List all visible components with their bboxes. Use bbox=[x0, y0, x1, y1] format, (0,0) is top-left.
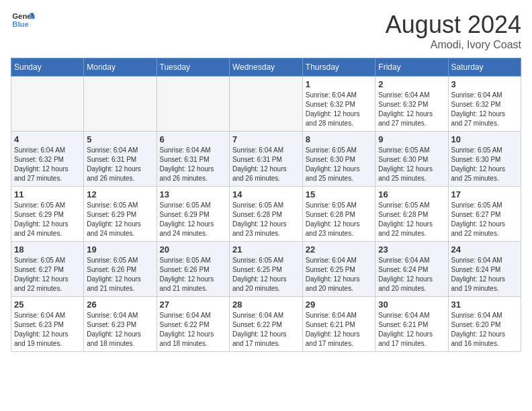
calendar-day-cell: 2Sunrise: 6:04 AM Sunset: 6:32 PM Daylig… bbox=[375, 77, 448, 132]
calendar-week-row: 4Sunrise: 6:04 AM Sunset: 6:32 PM Daylig… bbox=[11, 132, 521, 187]
day-number: 30 bbox=[378, 300, 445, 310]
calendar-day-cell: 21Sunrise: 6:05 AM Sunset: 6:25 PM Dayli… bbox=[229, 242, 302, 297]
calendar-week-row: 11Sunrise: 6:05 AM Sunset: 6:29 PM Dayli… bbox=[11, 187, 521, 242]
day-number: 18 bbox=[14, 244, 81, 255]
day-number: 17 bbox=[451, 189, 519, 199]
day-number: 11 bbox=[14, 189, 81, 199]
day-number: 15 bbox=[306, 189, 373, 199]
weekday-header-monday: Monday bbox=[84, 58, 157, 77]
day-info: Sunrise: 6:04 AM Sunset: 6:32 PM Dayligh… bbox=[306, 91, 373, 128]
weekday-header-wednesday: Wednesday bbox=[229, 58, 302, 77]
day-info: Sunrise: 6:05 AM Sunset: 6:28 PM Dayligh… bbox=[232, 201, 300, 238]
day-number: 1 bbox=[306, 79, 373, 89]
title-block: August 2024 Amodi, Ivory Coast bbox=[386, 11, 521, 51]
day-info: Sunrise: 6:05 AM Sunset: 6:26 PM Dayligh… bbox=[87, 256, 153, 293]
calendar-day-cell: 6Sunrise: 6:04 AM Sunset: 6:31 PM Daylig… bbox=[157, 132, 229, 187]
calendar-day-cell: 12Sunrise: 6:05 AM Sunset: 6:29 PM Dayli… bbox=[84, 187, 157, 242]
day-number: 24 bbox=[451, 244, 519, 255]
day-info: Sunrise: 6:04 AM Sunset: 6:31 PM Dayligh… bbox=[87, 146, 153, 183]
calendar-day-cell: 29Sunrise: 6:04 AM Sunset: 6:21 PM Dayli… bbox=[302, 297, 375, 352]
calendar-day-cell bbox=[84, 77, 157, 132]
day-info: Sunrise: 6:04 AM Sunset: 6:24 PM Dayligh… bbox=[378, 256, 445, 293]
weekday-header-row: SundayMondayTuesdayWednesdayThursdayFrid… bbox=[11, 58, 521, 77]
day-number: 10 bbox=[451, 134, 519, 144]
day-info: Sunrise: 6:04 AM Sunset: 6:31 PM Dayligh… bbox=[232, 146, 300, 183]
calendar-day-cell: 5Sunrise: 6:04 AM Sunset: 6:31 PM Daylig… bbox=[84, 132, 157, 187]
day-info: Sunrise: 6:05 AM Sunset: 6:25 PM Dayligh… bbox=[232, 256, 300, 293]
day-info: Sunrise: 6:04 AM Sunset: 6:21 PM Dayligh… bbox=[378, 311, 445, 349]
calendar-day-cell: 15Sunrise: 6:05 AM Sunset: 6:28 PM Dayli… bbox=[302, 187, 375, 242]
day-info: Sunrise: 6:05 AM Sunset: 6:30 PM Dayligh… bbox=[451, 146, 519, 183]
weekday-header-tuesday: Tuesday bbox=[157, 58, 229, 77]
day-number: 5 bbox=[87, 134, 153, 144]
day-info: Sunrise: 6:04 AM Sunset: 6:22 PM Dayligh… bbox=[160, 311, 226, 349]
day-info: Sunrise: 6:05 AM Sunset: 6:28 PM Dayligh… bbox=[306, 201, 373, 238]
day-number: 16 bbox=[378, 189, 445, 199]
day-number: 3 bbox=[451, 79, 519, 89]
day-info: Sunrise: 6:04 AM Sunset: 6:23 PM Dayligh… bbox=[14, 311, 81, 349]
day-number: 21 bbox=[232, 244, 300, 255]
weekday-header-friday: Friday bbox=[375, 58, 448, 77]
calendar-day-cell: 18Sunrise: 6:05 AM Sunset: 6:27 PM Dayli… bbox=[11, 242, 84, 297]
month-year-title: August 2024 bbox=[386, 11, 521, 39]
calendar-day-cell: 10Sunrise: 6:05 AM Sunset: 6:30 PM Dayli… bbox=[448, 132, 521, 187]
day-info: Sunrise: 6:05 AM Sunset: 6:26 PM Dayligh… bbox=[160, 256, 226, 293]
day-info: Sunrise: 6:05 AM Sunset: 6:30 PM Dayligh… bbox=[378, 146, 445, 183]
day-number: 19 bbox=[87, 244, 153, 255]
calendar-day-cell: 17Sunrise: 6:05 AM Sunset: 6:27 PM Dayli… bbox=[448, 187, 521, 242]
calendar-day-cell bbox=[229, 77, 302, 132]
day-info: Sunrise: 6:05 AM Sunset: 6:30 PM Dayligh… bbox=[306, 146, 373, 183]
day-info: Sunrise: 6:05 AM Sunset: 6:29 PM Dayligh… bbox=[160, 201, 226, 238]
calendar-day-cell: 4Sunrise: 6:04 AM Sunset: 6:32 PM Daylig… bbox=[11, 132, 84, 187]
calendar-day-cell: 3Sunrise: 6:04 AM Sunset: 6:32 PM Daylig… bbox=[448, 77, 521, 132]
calendar-day-cell: 28Sunrise: 6:04 AM Sunset: 6:22 PM Dayli… bbox=[229, 297, 302, 352]
calendar-week-row: 1Sunrise: 6:04 AM Sunset: 6:32 PM Daylig… bbox=[11, 77, 521, 132]
svg-text:Blue: Blue bbox=[12, 20, 29, 28]
calendar-day-cell bbox=[11, 77, 84, 132]
day-number: 14 bbox=[232, 189, 300, 199]
day-number: 7 bbox=[232, 134, 300, 144]
day-info: Sunrise: 6:04 AM Sunset: 6:21 PM Dayligh… bbox=[306, 311, 373, 349]
day-number: 31 bbox=[451, 300, 519, 310]
calendar-week-row: 18Sunrise: 6:05 AM Sunset: 6:27 PM Dayli… bbox=[11, 242, 521, 297]
calendar-day-cell: 1Sunrise: 6:04 AM Sunset: 6:32 PM Daylig… bbox=[302, 77, 375, 132]
day-info: Sunrise: 6:04 AM Sunset: 6:25 PM Dayligh… bbox=[306, 256, 373, 293]
calendar-day-cell: 31Sunrise: 6:04 AM Sunset: 6:20 PM Dayli… bbox=[448, 297, 521, 352]
day-number: 20 bbox=[160, 244, 226, 255]
day-info: Sunrise: 6:04 AM Sunset: 6:31 PM Dayligh… bbox=[160, 146, 226, 183]
calendar-day-cell: 9Sunrise: 6:05 AM Sunset: 6:30 PM Daylig… bbox=[375, 132, 448, 187]
calendar-day-cell: 19Sunrise: 6:05 AM Sunset: 6:26 PM Dayli… bbox=[84, 242, 157, 297]
day-info: Sunrise: 6:05 AM Sunset: 6:29 PM Dayligh… bbox=[87, 201, 153, 238]
calendar-day-cell bbox=[157, 77, 229, 132]
day-number: 12 bbox=[87, 189, 153, 199]
day-info: Sunrise: 6:04 AM Sunset: 6:23 PM Dayligh… bbox=[87, 311, 153, 349]
calendar-day-cell: 26Sunrise: 6:04 AM Sunset: 6:23 PM Dayli… bbox=[84, 297, 157, 352]
day-info: Sunrise: 6:04 AM Sunset: 6:32 PM Dayligh… bbox=[14, 146, 81, 183]
calendar-day-cell: 20Sunrise: 6:05 AM Sunset: 6:26 PM Dayli… bbox=[157, 242, 229, 297]
weekday-header-saturday: Saturday bbox=[448, 58, 521, 77]
day-info: Sunrise: 6:04 AM Sunset: 6:22 PM Dayligh… bbox=[232, 311, 300, 349]
calendar-day-cell: 8Sunrise: 6:05 AM Sunset: 6:30 PM Daylig… bbox=[302, 132, 375, 187]
day-info: Sunrise: 6:05 AM Sunset: 6:27 PM Dayligh… bbox=[14, 256, 81, 293]
calendar-day-cell: 11Sunrise: 6:05 AM Sunset: 6:29 PM Dayli… bbox=[11, 187, 84, 242]
day-number: 25 bbox=[14, 300, 81, 310]
calendar-day-cell: 16Sunrise: 6:05 AM Sunset: 6:28 PM Dayli… bbox=[375, 187, 448, 242]
day-info: Sunrise: 6:04 AM Sunset: 6:32 PM Dayligh… bbox=[378, 91, 445, 128]
calendar-day-cell: 27Sunrise: 6:04 AM Sunset: 6:22 PM Dayli… bbox=[157, 297, 229, 352]
day-info: Sunrise: 6:05 AM Sunset: 6:27 PM Dayligh… bbox=[451, 201, 519, 238]
day-number: 4 bbox=[14, 134, 81, 144]
day-number: 27 bbox=[160, 300, 226, 310]
calendar-day-cell: 25Sunrise: 6:04 AM Sunset: 6:23 PM Dayli… bbox=[11, 297, 84, 352]
day-info: Sunrise: 6:05 AM Sunset: 6:28 PM Dayligh… bbox=[378, 201, 445, 238]
weekday-header-thursday: Thursday bbox=[302, 58, 375, 77]
calendar-day-cell: 7Sunrise: 6:04 AM Sunset: 6:31 PM Daylig… bbox=[229, 132, 302, 187]
calendar-day-cell: 13Sunrise: 6:05 AM Sunset: 6:29 PM Dayli… bbox=[157, 187, 229, 242]
day-info: Sunrise: 6:05 AM Sunset: 6:29 PM Dayligh… bbox=[14, 201, 81, 238]
calendar-day-cell: 30Sunrise: 6:04 AM Sunset: 6:21 PM Dayli… bbox=[375, 297, 448, 352]
day-number: 28 bbox=[232, 300, 300, 310]
calendar-day-cell: 14Sunrise: 6:05 AM Sunset: 6:28 PM Dayli… bbox=[229, 187, 302, 242]
calendar-table: SundayMondayTuesdayWednesdayThursdayFrid… bbox=[11, 58, 521, 352]
calendar-day-cell: 24Sunrise: 6:04 AM Sunset: 6:24 PM Dayli… bbox=[448, 242, 521, 297]
day-number: 23 bbox=[378, 244, 445, 255]
day-number: 6 bbox=[160, 134, 226, 144]
